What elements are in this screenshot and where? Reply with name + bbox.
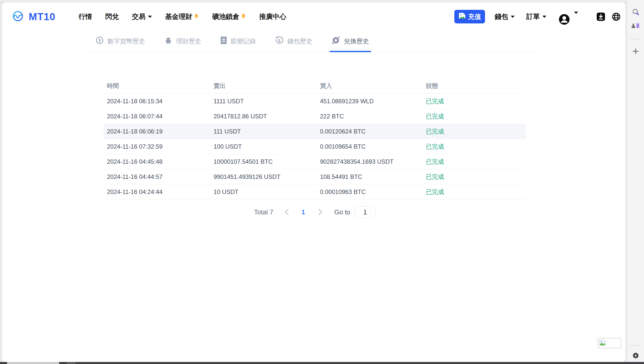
taskbar-edge — [0, 362, 644, 364]
cell-buy: 108.54491 BTC — [320, 173, 426, 180]
tab-label: 賬變記錄 — [231, 37, 256, 45]
cell-sell: 1111 USDT — [214, 98, 320, 105]
table-row[interactable]: 2024-11-16 04:44:57 9901451.4939126 USDT… — [104, 169, 526, 184]
orders-dropdown[interactable]: 訂單 — [526, 12, 546, 21]
wallet-dropdown[interactable]: 錢包 — [495, 12, 515, 21]
nav-label: 推廣中心 — [259, 12, 286, 21]
cell-sell: 100 USDT — [214, 143, 320, 150]
cell-sell: 10000107.54501 BTC — [214, 158, 320, 165]
broken-image-icon — [599, 340, 606, 347]
cell-buy: 0.00109654 BTC — [320, 143, 426, 150]
table-row[interactable]: 2024-11-18 06:07:44 20417812.86 USDT 222… — [104, 109, 526, 124]
cell-time: 2024-11-18 06:07:44 — [107, 113, 214, 120]
cell-time: 2024-11-16 04:44:57 — [107, 173, 214, 180]
page-card: MT10 行情 閃兌 交易 基金理財 礦池鎖倉 — [2, 3, 625, 362]
plus-icon[interactable] — [632, 48, 639, 55]
chevron-down-icon — [511, 16, 515, 18]
nav-label: 礦池鎖倉 — [212, 12, 239, 21]
broken-image-box — [598, 338, 621, 348]
table-row[interactable]: 2024-11-18 06:15:34 1111 USDT 451.086912… — [104, 94, 526, 109]
swap-circle-icon — [332, 36, 340, 46]
col-header-time: 時間 — [107, 82, 214, 90]
status-badge: 已完成 — [426, 143, 526, 151]
nav-item-markets[interactable]: 行情 — [78, 12, 92, 21]
pagination-goto-label: Go to — [334, 208, 350, 216]
cell-time: 2024-11-16 07:32:59 — [107, 143, 214, 150]
gear-icon[interactable] — [632, 352, 639, 359]
tab-wallet-history[interactable]: $ 錢包歷史 — [275, 31, 312, 51]
sidebar-divider — [630, 39, 641, 39]
cell-time: 2024-11-16 04:45:48 — [107, 158, 214, 165]
wallet-history-icon: $ — [275, 36, 284, 46]
status-badge: 已完成 — [426, 188, 526, 196]
col-header-status: 狀態 — [426, 82, 526, 90]
chess-extension-icon[interactable]: ♟ ♜ — [631, 23, 641, 29]
svg-text:$: $ — [278, 38, 280, 43]
cell-sell: 10 USDT — [214, 188, 320, 195]
cell-sell: 20417812.86 USDT — [214, 113, 320, 120]
pagination: Total 7 1 Go to — [104, 206, 526, 219]
search-icon[interactable] — [632, 8, 639, 16]
chevron-left-icon[interactable] — [285, 209, 291, 215]
flame-icon — [240, 13, 246, 21]
table-row[interactable]: 2024-11-16 04:45:48 10000107.54501 BTC 9… — [104, 154, 526, 169]
tab-digital-currency-history[interactable]: $ 數字貨幣歷史 — [96, 31, 145, 51]
chevron-down-icon — [148, 16, 152, 18]
nav-item-trade[interactable]: 交易 — [132, 12, 152, 21]
tab-label: 錢包歷史 — [287, 37, 312, 45]
browser-sidebar: ♟ ♜ — [627, 0, 644, 364]
svg-text:$: $ — [98, 38, 101, 43]
table-header-row: 時間 賣出 買入 狀態 — [104, 78, 526, 94]
brand-name: MT10 — [29, 11, 55, 22]
utility-icons — [596, 12, 621, 21]
table-row[interactable]: 2024-11-16 04:24:44 10 USDT 0.00010963 B… — [104, 184, 526, 200]
col-header-buy: 買入 — [320, 82, 426, 90]
exchange-history-table: 時間 賣出 買入 狀態 2024-11-18 06:15:34 1111 USD… — [104, 78, 526, 200]
chevron-down-icon — [574, 12, 578, 14]
tab-label: 兌換歷史 — [344, 37, 369, 45]
cell-buy: 222 BTC — [320, 113, 426, 120]
flame-icon — [193, 13, 199, 21]
tab-exchange-history[interactable]: 兌換歷史 — [332, 31, 369, 51]
history-tabs: $ 數字貨幣歷史 理財歷史 — [88, 31, 541, 52]
cell-buy: 902827438354.1693 USDT — [320, 158, 426, 165]
image-placeholder-icon — [458, 12, 466, 21]
nav-item-fund-finance[interactable]: 基金理財 — [165, 12, 199, 21]
pagination-page-1[interactable]: 1 — [301, 208, 305, 216]
table-row[interactable]: 2024-11-18 06:06:19 111 USDT 0.00120624 … — [104, 124, 526, 139]
status-badge: 已完成 — [426, 112, 526, 120]
piggy-bank-icon — [164, 36, 172, 46]
tab-label: 數字貨幣歷史 — [107, 37, 145, 45]
nav-label: 交易 — [132, 12, 145, 21]
table-row[interactable]: 2024-11-16 07:32:59 100 USDT 0.00109654 … — [104, 139, 526, 154]
status-badge: 已完成 — [426, 158, 526, 166]
cell-time: 2024-11-18 06:15:34 — [107, 98, 214, 105]
status-badge: 已完成 — [426, 127, 526, 136]
download-app-icon[interactable] — [596, 12, 606, 21]
cell-time: 2024-11-18 06:06:19 — [107, 128, 214, 135]
dollar-circle-icon: $ — [96, 36, 104, 46]
account-menu[interactable] — [558, 7, 578, 26]
cell-buy: 0.00010963 BTC — [320, 188, 426, 195]
tab-finance-history[interactable]: 理財歷史 — [164, 31, 201, 51]
tab-account-changes[interactable]: 賬變記錄 — [220, 31, 256, 51]
nav-item-mining-lockup[interactable]: 礦池鎖倉 — [212, 12, 246, 21]
brand-logo[interactable]: MT10 — [12, 10, 55, 23]
nav-item-referral-center[interactable]: 推廣中心 — [259, 12, 286, 21]
status-badge: 已完成 — [426, 97, 526, 105]
chevron-right-icon[interactable] — [316, 209, 322, 215]
nav-item-flash-swap[interactable]: 閃兌 — [105, 12, 119, 21]
navbar-right: 充值 錢包 訂單 — [454, 7, 621, 26]
orders-label: 訂單 — [526, 12, 540, 21]
deposit-label: 充值 — [468, 12, 481, 21]
nav-label: 基金理財 — [165, 12, 192, 21]
language-globe-icon[interactable] — [612, 12, 621, 21]
deposit-button[interactable]: 充值 — [454, 10, 485, 23]
cell-buy: 451.08691239 WLD — [320, 98, 426, 105]
cell-time: 2024-11-16 04:24:44 — [107, 188, 214, 195]
pagination-total: Total 7 — [254, 208, 273, 216]
wallet-label: 錢包 — [495, 12, 508, 21]
cell-sell: 9901451.4939126 USDT — [214, 173, 320, 180]
chevron-down-icon — [542, 16, 546, 18]
goto-page-input[interactable] — [355, 206, 375, 218]
